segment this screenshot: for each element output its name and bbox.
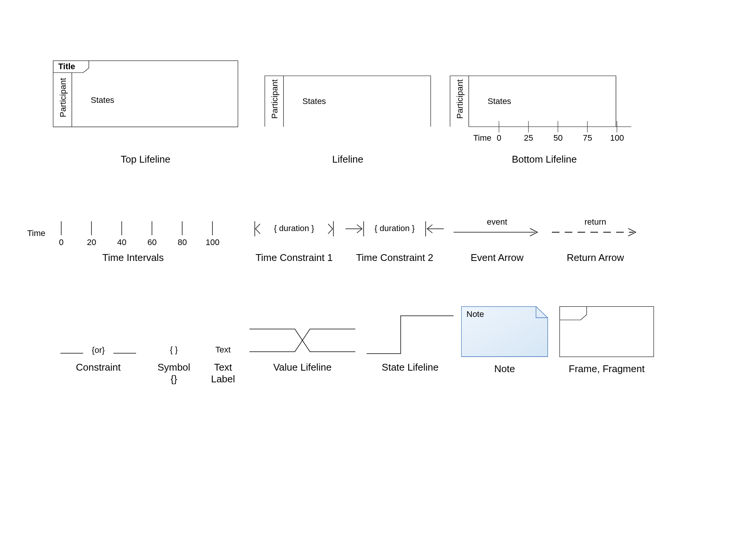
- top-lifeline-title: Title: [58, 62, 75, 71]
- shape-symbol[interactable]: { } Symbol {}: [151, 340, 197, 385]
- shape-value-lifeline[interactable]: Value Lifeline: [249, 325, 355, 373]
- bottom-lifeline-tick-0: 0: [497, 133, 501, 143]
- shape-time-constraint-2[interactable]: { duration } Time Constraint 2: [345, 219, 444, 264]
- bottom-lifeline-tick-3: 75: [583, 133, 592, 143]
- time-intervals-tick-2: 40: [117, 238, 126, 247]
- shape-state-lifeline[interactable]: State Lifeline: [367, 314, 454, 373]
- symbol-caption: Symbol {}: [151, 362, 197, 385]
- state-lifeline-caption: State Lifeline: [367, 362, 454, 373]
- top-lifeline-states: States: [91, 95, 114, 105]
- event-arrow-caption: Event Arrow: [454, 252, 541, 264]
- bottom-lifeline-participant: Participant: [455, 79, 465, 119]
- shape-text-label[interactable]: Text Text Label: [200, 340, 246, 385]
- shape-time-constraint-1[interactable]: { duration } Time Constraint 1: [253, 219, 336, 264]
- time-constraint-1-label: { duration }: [253, 224, 336, 233]
- bottom-lifeline-tick-2: 50: [553, 133, 562, 143]
- note-caption: Note: [461, 363, 548, 375]
- bottom-lifeline-caption: Bottom Lifeline: [450, 154, 639, 165]
- constraint-caption: Constraint: [60, 362, 136, 373]
- time-intervals-tick-4: 80: [178, 238, 187, 247]
- time-intervals-tick-1: 20: [87, 238, 96, 247]
- time-intervals-time: Time: [27, 228, 45, 238]
- shape-bottom-lifeline[interactable]: Participant States Time 0 25 50 75 100 B…: [450, 76, 639, 165]
- shape-note[interactable]: Note Note: [461, 306, 548, 375]
- time-constraint-2-caption: Time Constraint 2: [345, 252, 444, 264]
- time-intervals-caption: Time Intervals: [27, 252, 239, 264]
- text-label-caption: Text Label: [200, 362, 246, 385]
- lifeline-caption: Lifeline: [265, 154, 431, 165]
- shape-constraint[interactable]: {or} Constraint: [60, 340, 136, 373]
- bottom-lifeline-time: Time: [473, 133, 491, 143]
- value-lifeline-caption: Value Lifeline: [249, 362, 355, 373]
- time-constraint-1-caption: Time Constraint 1: [253, 252, 336, 264]
- top-lifeline-caption: Top Lifeline: [53, 154, 238, 165]
- time-intervals-tick-0: 0: [59, 238, 64, 247]
- time-intervals-tick-3: 60: [147, 238, 156, 247]
- shape-lifeline[interactable]: Participant States Lifeline: [265, 76, 431, 165]
- shape-event-arrow[interactable]: event Event Arrow: [454, 217, 541, 264]
- top-lifeline-participant: Participant: [58, 78, 68, 117]
- shape-return-arrow[interactable]: return Return Arrow: [552, 217, 639, 264]
- time-intervals-tick-5: 100: [206, 238, 220, 247]
- text-label-label: Text: [200, 340, 246, 355]
- bottom-lifeline-tick-1: 25: [524, 133, 533, 143]
- frame-fragment-caption: Frame, Fragment: [559, 363, 654, 375]
- shape-time-intervals[interactable]: Time 0 20 40 60 80 100 Time Intervals: [27, 219, 239, 264]
- event-arrow-label: event: [454, 217, 541, 227]
- return-arrow-caption: Return Arrow: [552, 252, 639, 264]
- bottom-lifeline-states: States: [488, 96, 511, 106]
- shape-top-lifeline[interactable]: Title Participant States Top Lifeline: [53, 61, 238, 165]
- bottom-lifeline-tick-4: 100: [610, 133, 624, 143]
- lifeline-states: States: [302, 96, 326, 106]
- note-label: Note: [466, 309, 484, 319]
- shape-frame-fragment[interactable]: Frame, Fragment: [559, 306, 654, 375]
- lifeline-participant: Participant: [270, 79, 280, 119]
- symbol-label: { }: [151, 340, 197, 355]
- svg-rect-26: [560, 307, 654, 357]
- constraint-label: {or}: [60, 345, 136, 355]
- svg-rect-0: [53, 61, 238, 127]
- return-arrow-label: return: [552, 217, 639, 227]
- time-constraint-2-label: { duration }: [345, 224, 444, 233]
